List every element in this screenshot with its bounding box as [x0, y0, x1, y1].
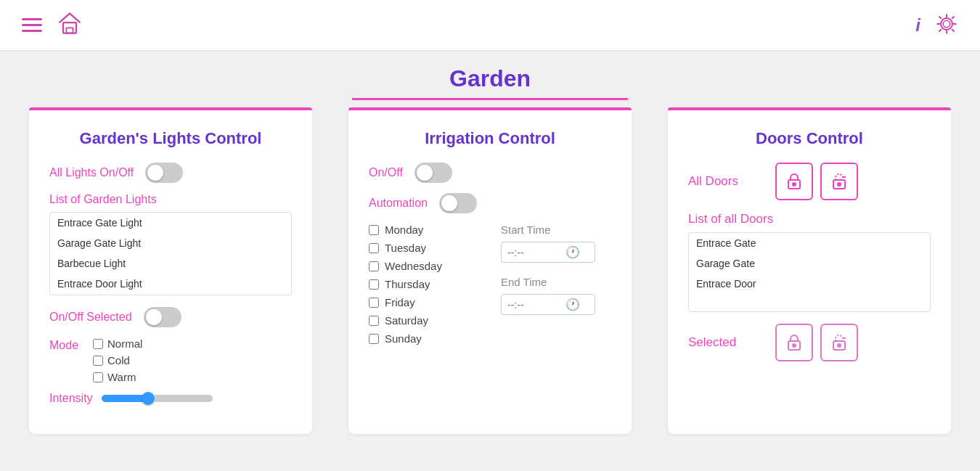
start-time-label: Start Time: [501, 224, 611, 236]
mode-warm-label: Warm: [107, 371, 136, 383]
page-title: Garden: [0, 65, 980, 92]
sunday-checkbox[interactable]: [369, 334, 379, 344]
day-tuesday[interactable]: Tuesday: [369, 242, 479, 254]
mode-normal-label: Normal: [107, 337, 142, 350]
lock-open-icon: [829, 171, 849, 192]
svg-point-10: [793, 344, 796, 347]
irrigation-on-off-row: On/Off: [369, 163, 611, 183]
irrigation-card-title: Irrigation Control: [369, 129, 611, 148]
mode-row: Mode Normal Cold Warm: [49, 337, 292, 383]
svg-point-7: [838, 183, 841, 186]
automation-label: Automation: [369, 197, 428, 210]
lights-list-label: List of Garden Lights: [49, 193, 292, 206]
intensity-label: Intensity: [49, 392, 93, 405]
irrigation-card: Irrigation Control On/Off Automation Mon…: [348, 107, 632, 434]
selected-label: Selected: [688, 335, 761, 350]
lights-card-title: Garden's Lights Control: [49, 129, 292, 148]
all-lights-toggle-row: All Lights On/Off: [49, 163, 292, 183]
header-left: [22, 11, 83, 40]
lights-card: Garden's Lights Control All Lights On/Of…: [29, 107, 312, 434]
intensity-empty: [155, 395, 213, 402]
monday-label: Monday: [385, 224, 423, 236]
day-monday[interactable]: Monday: [369, 224, 479, 236]
end-time-input[interactable]: [507, 299, 565, 311]
selected-lock-buttons: [775, 324, 858, 361]
end-time-row: 🕐: [501, 294, 595, 315]
saturday-checkbox[interactable]: [369, 316, 379, 326]
home-icon[interactable]: [57, 11, 83, 40]
all-doors-unlock-button[interactable]: [820, 163, 858, 200]
selected-lock-open-icon: [829, 332, 849, 353]
list-item[interactable]: Entrace Door Light: [50, 274, 291, 294]
monday-checkbox[interactable]: [369, 225, 379, 235]
thursday-label: Thursday: [385, 278, 430, 290]
header-right: i: [915, 12, 958, 38]
end-time-clock-icon[interactable]: 🕐: [565, 298, 580, 311]
friday-checkbox[interactable]: [369, 298, 379, 308]
list-item[interactable]: Garage Gate Light: [50, 233, 291, 253]
selected-lock-button[interactable]: [775, 324, 813, 361]
header: i: [0, 0, 980, 51]
start-time-input[interactable]: [507, 247, 565, 258]
mode-cold-row[interactable]: Cold: [93, 354, 142, 366]
svg-point-2: [943, 20, 950, 28]
sunday-label: Sunday: [385, 332, 422, 345]
all-lights-toggle[interactable]: [145, 163, 183, 183]
irrigation-on-off-toggle[interactable]: [415, 163, 452, 183]
mode-cold-checkbox[interactable]: [93, 356, 103, 366]
tuesday-checkbox[interactable]: [369, 243, 379, 253]
all-lights-label: All Lights On/Off: [49, 166, 134, 179]
end-time-label: End Time: [501, 276, 611, 288]
mode-label: Mode: [49, 339, 86, 352]
info-icon[interactable]: i: [915, 15, 920, 36]
menu-icon[interactable]: [22, 18, 42, 32]
saturday-label: Saturday: [385, 314, 428, 327]
day-wednesday[interactable]: Wednesday: [369, 260, 479, 272]
svg-point-5: [793, 183, 796, 186]
svg-point-12: [838, 344, 841, 347]
start-time-clock-icon[interactable]: 🕐: [565, 245, 580, 259]
wednesday-checkbox[interactable]: [369, 261, 379, 271]
wednesday-label: Wednesday: [385, 260, 442, 272]
mode-cold-label: Cold: [107, 354, 130, 366]
mode-normal-row[interactable]: Normal: [93, 337, 142, 350]
list-item[interactable]: Garage Gate: [689, 253, 930, 274]
list-of-doors-label: List of all Doors: [688, 212, 931, 226]
all-doors-row: All Doors: [688, 163, 931, 200]
all-doors-lock-button[interactable]: [775, 163, 813, 200]
on-off-selected-row: On/Off Selected: [49, 307, 292, 327]
page-title-bar: Garden: [0, 51, 980, 100]
all-doors-label: All Doors: [688, 174, 761, 189]
selected-row: Selected: [688, 324, 931, 361]
settings-icon[interactable]: [935, 12, 958, 38]
automation-row: Automation: [369, 193, 611, 213]
doors-card: Doors Control All Doors: [668, 107, 951, 434]
all-doors-lock-buttons: [775, 163, 858, 200]
thursday-checkbox[interactable]: [369, 279, 379, 290]
card-divider: [348, 107, 632, 110]
friday-label: Friday: [385, 296, 415, 308]
day-saturday[interactable]: Saturday: [369, 314, 479, 327]
doors-listbox[interactable]: Entrace Gate Garage Gate Entrace Door: [688, 232, 931, 312]
card-divider: [29, 107, 312, 110]
list-item[interactable]: Entrace Gate: [689, 233, 930, 253]
intensity-thumb[interactable]: [142, 392, 155, 405]
irrigation-content: Monday Tuesday Wednesday Thursday Friday: [369, 224, 611, 351]
automation-toggle[interactable]: [439, 193, 477, 213]
mode-normal-checkbox[interactable]: [93, 339, 103, 349]
mode-warm-checkbox[interactable]: [93, 372, 103, 382]
selected-unlock-button[interactable]: [820, 324, 858, 361]
selected-lock-closed-icon: [784, 332, 804, 353]
list-item[interactable]: Entrace Gate Light: [50, 213, 291, 233]
day-thursday[interactable]: Thursday: [369, 278, 479, 290]
list-item[interactable]: Barbecue Light: [50, 253, 291, 274]
day-sunday[interactable]: Sunday: [369, 332, 479, 345]
mode-warm-row[interactable]: Warm: [93, 371, 142, 383]
on-off-selected-toggle[interactable]: [144, 307, 181, 327]
start-time-row: 🕐: [501, 242, 595, 263]
on-off-selected-label: On/Off Selected: [49, 311, 132, 324]
lights-listbox[interactable]: Entrace Gate Light Garage Gate Light Bar…: [49, 212, 292, 295]
intensity-slider[interactable]: [102, 392, 213, 405]
list-item[interactable]: Entrace Door: [689, 274, 930, 294]
day-friday[interactable]: Friday: [369, 296, 479, 308]
